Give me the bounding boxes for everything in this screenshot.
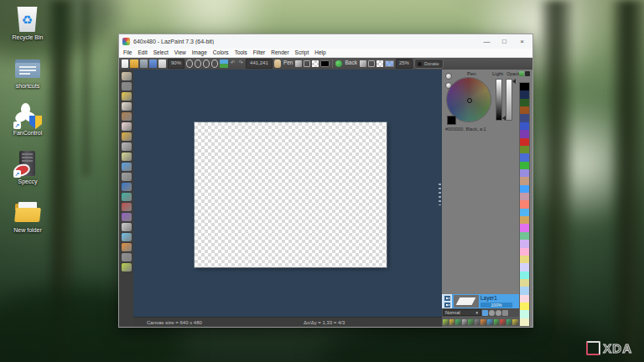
- blend-mode-select[interactable]: Normal ▼: [443, 309, 481, 316]
- save-as-icon[interactable]: [149, 59, 157, 68]
- palette-options-icon[interactable]: [519, 71, 524, 76]
- palette-swatch-17[interactable]: [520, 216, 529, 224]
- pen-color-swatch[interactable]: [320, 60, 330, 67]
- add-image-layer-icon[interactable]: [449, 319, 455, 325]
- color-picker-tool-icon[interactable]: [122, 92, 132, 101]
- back-color-swatch[interactable]: [385, 60, 394, 67]
- menu-colors[interactable]: Colors: [213, 49, 229, 57]
- palette-swatch-16[interactable]: [520, 209, 529, 216]
- menu-file[interactable]: File: [123, 49, 132, 57]
- move-layer-up-icon[interactable]: [506, 319, 512, 325]
- flood-fill-tool-icon[interactable]: [122, 132, 132, 141]
- layer-row-selected[interactable]: Layer1 100%: [452, 294, 519, 308]
- back-solid-icon[interactable]: [368, 60, 375, 67]
- palette-target-icon[interactable]: [525, 71, 530, 76]
- eraser-tool-icon[interactable]: [122, 122, 132, 131]
- palette-swatch-7[interactable]: [520, 138, 529, 146]
- palette-swatch-24[interactable]: [520, 272, 529, 279]
- select-pen-tool-icon[interactable]: [122, 253, 132, 261]
- ellipse-tool-icon[interactable]: [122, 193, 132, 201]
- rectangle-tool-icon[interactable]: [122, 183, 132, 191]
- panel-splitter-handle[interactable]: [439, 184, 441, 205]
- redo-icon[interactable]: ↷: [237, 59, 243, 68]
- palette-swatch-27[interactable]: [520, 295, 529, 303]
- pen-texture-icon[interactable]: [312, 60, 319, 67]
- menu-image[interactable]: Image: [192, 49, 207, 57]
- zoom-layer-out-icon[interactable]: [496, 310, 501, 316]
- canvas-workspace[interactable]: [133, 70, 442, 317]
- menu-script[interactable]: Script: [295, 49, 309, 57]
- palette-swatch-8[interactable]: [520, 146, 529, 153]
- open-file-icon[interactable]: [130, 59, 138, 68]
- menu-edit[interactable]: Edit: [138, 49, 147, 57]
- palette-swatch-11[interactable]: [520, 169, 529, 177]
- rasterize-layer-icon[interactable]: [462, 319, 468, 325]
- menu-tools[interactable]: Tools: [235, 49, 247, 57]
- palette-swatch-29[interactable]: [520, 310, 529, 318]
- palette-swatch-25[interactable]: [520, 279, 529, 287]
- palette-swatch-22[interactable]: [520, 256, 529, 263]
- menu-select[interactable]: Select: [153, 49, 169, 57]
- palette-swatch-4[interactable]: [520, 114, 529, 122]
- close-button[interactable]: ×: [515, 36, 529, 47]
- move-layer-down-icon[interactable]: [512, 319, 518, 325]
- layer-opacity-bar[interactable]: 100%: [480, 303, 512, 308]
- pen-style-icon[interactable]: [295, 60, 302, 67]
- move-tool-icon[interactable]: [122, 82, 132, 90]
- zoom-value-box[interactable]: 90%: [168, 59, 184, 69]
- opacity-slider-marker[interactable]: [512, 79, 516, 84]
- magic-wand-tool-icon[interactable]: [122, 243, 132, 251]
- layer-name[interactable]: Layer1: [480, 295, 519, 302]
- remove-layer-icon[interactable]: [500, 319, 506, 325]
- menu-render[interactable]: Render: [271, 49, 288, 57]
- menu-help[interactable]: Help: [314, 49, 325, 57]
- palette-swatch-19[interactable]: [520, 232, 529, 240]
- move-selection-tool-icon[interactable]: [122, 263, 132, 272]
- palette-swatch-12[interactable]: [520, 177, 529, 184]
- image-view-icon[interactable]: [220, 59, 228, 68]
- desktop-icon-shortcuts[interactable]: shortcuts: [5, 55, 50, 90]
- maximize-button[interactable]: □: [497, 36, 512, 47]
- palette-swatch-21[interactable]: [520, 248, 529, 256]
- menu-filter[interactable]: Filter: [253, 49, 265, 57]
- current-color-swatch[interactable]: [447, 116, 456, 125]
- layer-grid-icon[interactable]: [444, 296, 450, 301]
- palette-swatch-1[interactable]: [520, 90, 529, 98]
- light-slider[interactable]: [496, 79, 502, 121]
- copy-icon[interactable]: [158, 59, 166, 68]
- new-file-icon[interactable]: [122, 59, 128, 68]
- zoom-fit-icon[interactable]: [186, 59, 193, 68]
- back-style-icon[interactable]: [360, 60, 366, 67]
- back-opacity-box[interactable]: 25%: [396, 59, 413, 69]
- swap-colors-icon[interactable]: [335, 60, 342, 67]
- desktop-icon-recycle-bin[interactable]: ♻ Recycle Bin: [5, 7, 50, 41]
- palette-swatch-15[interactable]: [520, 200, 529, 208]
- palette-swatch-9[interactable]: [520, 153, 529, 161]
- palette-swatch-18[interactable]: [520, 224, 529, 231]
- desktop-icon-fancontrol[interactable]: ↗ FanControl: [5, 102, 50, 137]
- palette-swatch-6[interactable]: [520, 130, 529, 137]
- palette-swatch-2[interactable]: [520, 99, 529, 106]
- rect-select-tool-icon[interactable]: [122, 223, 132, 231]
- delete-layer-icon[interactable]: [502, 310, 508, 316]
- palette-swatch-20[interactable]: [520, 240, 529, 247]
- texture-tool-icon[interactable]: [122, 173, 132, 181]
- ellipse-select-tool-icon[interactable]: [122, 233, 132, 241]
- back-texture-icon[interactable]: [377, 60, 383, 67]
- brush-tool-icon[interactable]: [122, 112, 132, 121]
- zoom-in-icon[interactable]: [203, 59, 210, 68]
- palette-swatch-5[interactable]: [520, 122, 529, 130]
- add-layer-icon[interactable]: [443, 319, 449, 325]
- zoom-layer-in-icon[interactable]: [489, 310, 495, 316]
- layer-offset-icon[interactable]: [475, 319, 480, 325]
- palette-swatch-23[interactable]: [520, 263, 529, 271]
- text-tool-icon[interactable]: [122, 153, 132, 161]
- opacity-slider[interactable]: [506, 79, 512, 121]
- deformation-tool-icon[interactable]: [122, 163, 132, 171]
- zoom-out-icon[interactable]: [195, 59, 201, 68]
- title-bar[interactable]: 640x480 - LazPaint 7.3 (64-bit) — □ ×: [119, 34, 532, 49]
- canvas-transparent[interactable]: [195, 122, 387, 267]
- vertical-flip-icon[interactable]: [494, 319, 500, 325]
- duplicate-layer-icon[interactable]: [455, 319, 461, 325]
- zoom-original-icon[interactable]: [211, 59, 218, 68]
